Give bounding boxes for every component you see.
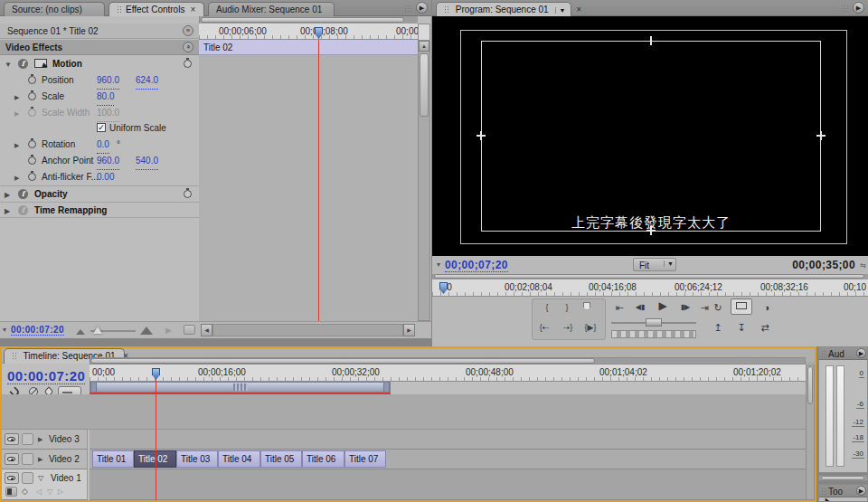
track-lock-toggle[interactable] bbox=[22, 433, 33, 445]
go-to-out-button[interactable]: ⇢} bbox=[557, 320, 579, 335]
panel-menu-icon[interactable]: ▶ bbox=[853, 2, 864, 14]
timeline-zoom-scrollbar[interactable] bbox=[90, 357, 806, 365]
timeline-current-timecode[interactable]: 00:00:07:20 bbox=[7, 368, 85, 384]
set-display-style-button[interactable] bbox=[5, 487, 17, 497]
scroll-up-icon[interactable]: ▲ bbox=[419, 41, 429, 52]
tab-program[interactable]: Program: Sequence 01 ▼ × bbox=[436, 2, 571, 16]
panel-menu-icon[interactable]: ▶ bbox=[416, 2, 428, 14]
scale-value[interactable]: 80.0 bbox=[97, 89, 114, 106]
expand-track-icon[interactable]: ▶ bbox=[38, 456, 42, 463]
zoom-in-icon[interactable] bbox=[140, 327, 153, 335]
expander-closed-icon[interactable]: ▶ bbox=[14, 137, 19, 154]
position-x-value[interactable]: 960.0 bbox=[97, 72, 119, 90]
close-icon[interactable]: × bbox=[190, 5, 195, 14]
ec-zoom-scrollbar[interactable] bbox=[199, 16, 418, 24]
panel-menu-icon[interactable]: ▶ bbox=[856, 486, 866, 496]
program-duration-timecode[interactable]: 00;00;35;00 bbox=[792, 259, 855, 271]
show-hide-timeline-icon[interactable]: » bbox=[183, 25, 193, 36]
track-lane-video2[interactable]: Title 01 Title 02 Title 03 Title 04 Titl… bbox=[90, 450, 806, 469]
set-in-point-button[interactable]: { bbox=[539, 300, 555, 315]
effect-name[interactable]: Opacity bbox=[34, 186, 68, 203]
anchor-y-value[interactable]: 540.0 bbox=[136, 153, 158, 170]
work-area-start-handle[interactable] bbox=[90, 383, 97, 392]
timeline-clip[interactable]: Title 07 bbox=[344, 450, 386, 468]
uniform-scale-checkbox[interactable]: ✓ bbox=[97, 123, 106, 132]
anti-flicker-value[interactable]: 0.00 bbox=[97, 169, 114, 186]
ec-clip-bar[interactable]: Title 02 bbox=[199, 40, 418, 55]
timeline-clip[interactable]: Title 01 bbox=[92, 450, 134, 468]
reset-effect-icon[interactable] bbox=[184, 60, 192, 68]
go-to-in-button[interactable]: {⇠ bbox=[533, 320, 555, 335]
timeline-time-ruler[interactable]: 00;00 00;00;16;00 00;00;32;00 00;00;48;0… bbox=[90, 365, 806, 382]
toggle-animation-icon[interactable] bbox=[28, 156, 36, 165]
anchor-x-value[interactable]: 960.0 bbox=[97, 153, 119, 170]
fx-disabled-icon[interactable]: f bbox=[18, 205, 28, 215]
set-marker-button[interactable] bbox=[579, 300, 595, 315]
scroll-right-icon[interactable]: ▶ bbox=[403, 324, 415, 336]
zoom-slider-thumb[interactable] bbox=[93, 327, 102, 334]
loop-button[interactable]: ↻ bbox=[709, 300, 727, 315]
ec-time-ruler[interactable]: 00;00;06;00 00;00;08;00 00;00; bbox=[199, 24, 418, 40]
collapse-section-icon[interactable]: « bbox=[183, 42, 193, 52]
go-to-previous-edit-icon[interactable]: ⇤ bbox=[611, 300, 627, 315]
expander-closed-icon[interactable]: ▶ bbox=[5, 204, 10, 220]
toggle-track-output-button[interactable] bbox=[5, 472, 19, 484]
output-button[interactable]: ◑ bbox=[758, 300, 776, 315]
track-lane-video1[interactable] bbox=[90, 469, 806, 500]
ec-playhead-line[interactable] bbox=[318, 40, 319, 321]
timeline-clip[interactable]: Title 03 bbox=[176, 450, 218, 468]
effect-name[interactable]: Time Remapping bbox=[34, 203, 107, 219]
expander-closed-icon[interactable]: ▶ bbox=[14, 170, 19, 186]
safe-margins-button[interactable] bbox=[731, 298, 752, 315]
work-area-grip[interactable] bbox=[233, 384, 248, 391]
play-in-to-out-button[interactable]: {▶} bbox=[579, 320, 602, 335]
track-lane-video3[interactable] bbox=[90, 430, 806, 450]
timeline-clip[interactable]: Title 06 bbox=[302, 450, 344, 468]
timeline-playhead-line[interactable] bbox=[156, 380, 156, 500]
timeline-clip[interactable]: Title 04 bbox=[218, 450, 260, 468]
tab-tools[interactable]: Too bbox=[828, 487, 843, 497]
fx-enabled-icon[interactable]: f bbox=[18, 189, 28, 199]
position-y-value[interactable]: 624.0 bbox=[136, 72, 158, 90]
extract-button[interactable]: ↧ bbox=[732, 320, 750, 335]
work-area-bar[interactable] bbox=[90, 382, 391, 393]
zoom-level-select[interactable]: Fit ▼ bbox=[633, 258, 676, 271]
program-time-ruler[interactable]: ;00 00;02;08;04 00;04;16;08 00;06;24;12 … bbox=[432, 279, 868, 297]
tab-source[interactable]: Source: (no clips) bbox=[4, 2, 105, 16]
expander-closed-icon[interactable]: ▶ bbox=[14, 90, 19, 106]
source-select-dropdown-icon[interactable]: ▼ bbox=[555, 7, 568, 14]
reset-effect-icon[interactable] bbox=[184, 190, 192, 198]
track-name[interactable]: Video 2 bbox=[49, 454, 80, 464]
toggle-animation-icon[interactable] bbox=[28, 173, 36, 181]
timeline-vertical-scrollbar[interactable] bbox=[806, 365, 815, 500]
fx-enabled-icon[interactable]: f bbox=[18, 59, 28, 69]
timeline-clip[interactable]: Title 05 bbox=[260, 450, 302, 468]
ec-current-timecode[interactable]: 00:00:07:20 bbox=[11, 325, 64, 336]
toggle-animation-icon[interactable] bbox=[28, 92, 36, 100]
track-name[interactable]: Video 1 bbox=[51, 473, 81, 483]
effect-name[interactable]: Motion bbox=[52, 56, 82, 72]
shuttle-slider[interactable] bbox=[611, 318, 696, 327]
show-keyframes-button[interactable]: ◇ bbox=[22, 487, 28, 496]
step-back-button[interactable]: ◀▮ bbox=[631, 300, 649, 315]
collapse-track-icon[interactable]: ▽ bbox=[38, 474, 43, 482]
toggle-track-output-button[interactable] bbox=[5, 433, 19, 445]
track-lock-toggle[interactable] bbox=[22, 453, 33, 465]
lift-button[interactable]: ↥ bbox=[709, 320, 727, 335]
jog-disk[interactable] bbox=[611, 330, 696, 338]
tab-audio-mixer[interactable]: Audio Mixer: Sequence 01 bbox=[208, 2, 335, 16]
play-audio-icon[interactable]: ▶ bbox=[165, 326, 172, 335]
expander-open-icon[interactable]: ▼ bbox=[5, 57, 12, 73]
tab-audio-master[interactable]: Aud bbox=[828, 349, 844, 359]
toggle-animation-icon[interactable] bbox=[28, 140, 36, 148]
tab-effect-controls[interactable]: Effect Controls× bbox=[108, 2, 204, 16]
track-lock-toggle[interactable] bbox=[22, 472, 33, 484]
program-video-area[interactable]: 上完字幕後發現字太大了 bbox=[432, 16, 868, 256]
close-icon[interactable]: × bbox=[576, 5, 581, 14]
panel-menu-icon[interactable]: ▶ bbox=[856, 348, 866, 358]
ec-vertical-scrollbar[interactable]: ▲ bbox=[418, 24, 430, 321]
rotation-value[interactable]: 0.0 bbox=[97, 137, 109, 154]
toggle-track-output-button[interactable] bbox=[5, 453, 19, 465]
set-out-point-button[interactable]: } bbox=[559, 300, 575, 315]
program-current-timecode[interactable]: 00;00;07;20 bbox=[445, 259, 508, 272]
